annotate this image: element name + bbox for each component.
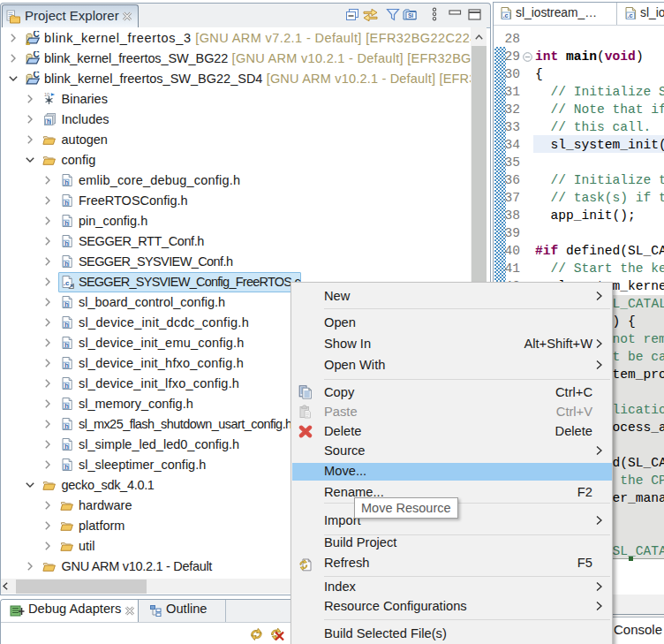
svg-text:.c: .c bbox=[503, 11, 509, 19]
svg-text:h: h bbox=[64, 443, 69, 451]
svg-text:h: h bbox=[64, 260, 69, 268]
svg-text:h: h bbox=[64, 402, 69, 410]
svg-text:.c: .c bbox=[628, 11, 633, 19]
svg-text:SI: SI bbox=[408, 12, 413, 19]
svg-text:C: C bbox=[33, 72, 39, 80]
svg-text:h: h bbox=[64, 341, 69, 349]
svg-text:h: h bbox=[64, 239, 69, 247]
svg-text:C: C bbox=[33, 51, 39, 59]
svg-text:h: h bbox=[64, 422, 69, 430]
svg-text:h: h bbox=[64, 321, 69, 329]
svg-text:.c: .c bbox=[63, 279, 69, 287]
svg-text:h: h bbox=[64, 361, 69, 369]
svg-text:h: h bbox=[64, 219, 69, 227]
svg-text:h: h bbox=[64, 199, 69, 207]
svg-text:h: h bbox=[64, 382, 69, 390]
svg-text:h: h bbox=[64, 300, 69, 308]
svg-text:h: h bbox=[64, 178, 69, 186]
svg-text:h: h bbox=[64, 463, 69, 471]
svg-text:10: 10 bbox=[44, 92, 49, 97]
svg-text:C: C bbox=[33, 31, 39, 39]
svg-text:h: h bbox=[47, 118, 50, 125]
